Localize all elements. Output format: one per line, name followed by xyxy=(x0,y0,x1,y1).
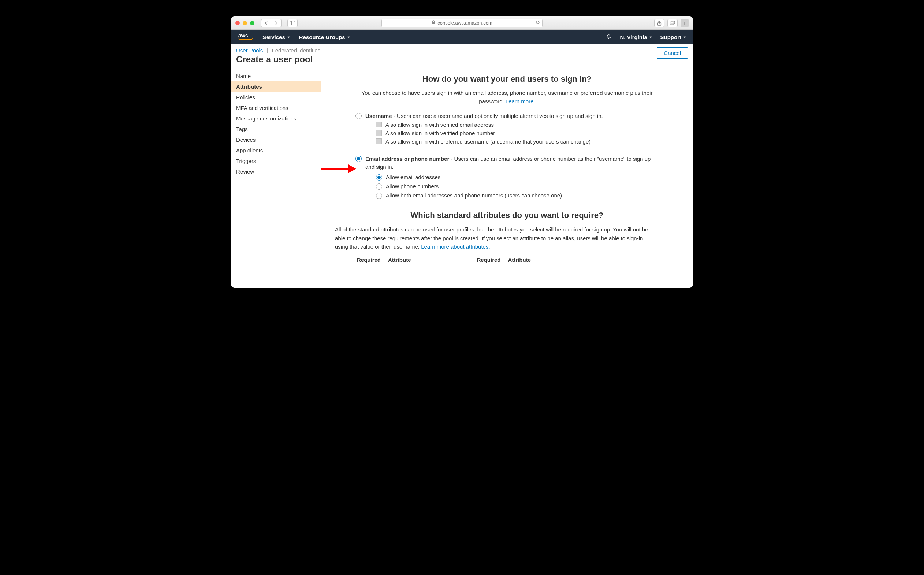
sidebar-item-app-clients[interactable]: App clients xyxy=(231,145,321,156)
chevron-down-icon: ▾ xyxy=(348,35,350,39)
col-attribute-1: Attribute xyxy=(388,257,411,263)
tabs-button[interactable] xyxy=(667,19,678,27)
history-nav xyxy=(261,19,282,27)
radio-allow-email[interactable] xyxy=(376,174,382,181)
sidebar-item-attributes[interactable]: Attributes xyxy=(231,81,321,92)
page-header: User Pools | Federated Identities Create… xyxy=(231,44,693,68)
sidebar-item-tags[interactable]: Tags xyxy=(231,124,321,134)
maximize-window-icon[interactable] xyxy=(250,21,254,25)
attrs-learn-more-link[interactable]: Learn more about attributes. xyxy=(421,243,490,250)
cancel-button[interactable]: Cancel xyxy=(657,47,688,59)
arrow-head-icon xyxy=(348,164,356,173)
option-username-text: Username - Users can use a username and … xyxy=(365,112,603,120)
option-email-phone-text: Email address or phone number - Users ca… xyxy=(365,155,656,171)
nav-support[interactable]: Support ▾ xyxy=(661,34,686,40)
aws-navbar: aws Services ▾ Resource Groups ▾ N. Virg… xyxy=(231,30,693,44)
signin-heading: How do you want your end users to sign i… xyxy=(335,75,679,84)
checkbox-verified-phone[interactable] xyxy=(376,130,382,136)
wizard-sidebar: Name Attributes Policies MFA and verific… xyxy=(231,68,321,288)
browser-right-icons: + xyxy=(654,19,689,27)
option-email-phone-bold: Email address or phone number xyxy=(365,156,449,162)
browser-window: console.aws.amazon.com + aws Services ▾ … xyxy=(231,16,693,288)
minimize-window-icon[interactable] xyxy=(243,21,247,25)
signin-learn-more-link[interactable]: Learn more. xyxy=(506,98,535,104)
address-text: console.aws.amazon.com xyxy=(437,20,492,25)
share-button[interactable] xyxy=(654,19,664,27)
sidebar-item-review[interactable]: Review xyxy=(231,166,321,177)
col-required-1: Required xyxy=(357,257,381,263)
sidebar-item-triggers[interactable]: Triggers xyxy=(231,156,321,166)
nav-resource-groups[interactable]: Resource Groups ▾ xyxy=(299,34,350,40)
reload-icon[interactable] xyxy=(536,20,540,25)
attrs-heading: Which standard attributes do you want to… xyxy=(335,211,679,220)
svg-rect-4 xyxy=(670,22,674,25)
sidebar-item-mfa[interactable]: MFA and verifications xyxy=(231,103,321,113)
radio-allow-phone[interactable] xyxy=(376,183,382,190)
chk-label-preferred: Also allow sign in with preferred userna… xyxy=(385,138,591,145)
address-bar[interactable]: console.aws.amazon.com xyxy=(382,19,542,27)
attrs-lead: All of the standard attributes can be us… xyxy=(335,225,650,251)
checkbox-verified-email[interactable] xyxy=(376,122,382,127)
nav-services[interactable]: Services ▾ xyxy=(263,34,290,40)
svg-rect-5 xyxy=(671,21,675,24)
aws-logo[interactable]: aws xyxy=(238,34,253,40)
forward-button[interactable] xyxy=(271,19,282,27)
sub-radio-row-both[interactable]: Allow both email addresses and phone num… xyxy=(376,192,679,199)
chevron-down-icon: ▾ xyxy=(288,35,290,39)
annotation-arrow xyxy=(321,164,356,173)
sub-radio-label-both: Allow both email addresses and phone num… xyxy=(386,192,562,199)
sub-radio-label-phone: Allow phone numbers xyxy=(386,183,439,189)
sub-radio-row-phone[interactable]: Allow phone numbers xyxy=(376,183,679,190)
chk-row-email[interactable]: Also allow sign in with verified email a… xyxy=(376,122,679,128)
nav-resource-groups-label: Resource Groups xyxy=(299,34,345,40)
attributes-table-header: Required Attribute Required Attribute xyxy=(357,257,679,263)
window-controls xyxy=(235,21,254,25)
chk-row-phone[interactable]: Also allow sign in with verified phone n… xyxy=(376,130,679,136)
bell-icon[interactable] xyxy=(606,34,611,40)
sub-radio-row-email[interactable]: Allow email addresses xyxy=(376,173,679,181)
option-username-rest: - Users can use a username and optionall… xyxy=(392,113,603,119)
nav-support-label: Support xyxy=(661,34,682,40)
arrow-line xyxy=(321,168,348,170)
nav-services-label: Services xyxy=(263,34,285,40)
radio-email-phone[interactable] xyxy=(355,156,362,162)
close-window-icon[interactable] xyxy=(235,21,240,25)
content-body: Name Attributes Policies MFA and verific… xyxy=(231,68,693,288)
sidebar-item-message[interactable]: Message customizations xyxy=(231,113,321,124)
checkbox-preferred-username[interactable] xyxy=(376,138,382,144)
col-attribute-2: Attribute xyxy=(508,257,531,263)
radio-username[interactable] xyxy=(355,113,362,119)
chevron-down-icon: ▾ xyxy=(684,35,686,39)
sidebar-toggle-button[interactable] xyxy=(287,19,298,27)
attrs-lead-text: All of the standard attributes can be us… xyxy=(335,226,648,250)
back-button[interactable] xyxy=(261,19,271,27)
main-panel: How do you want your end users to sign i… xyxy=(321,68,693,288)
crumb-federated[interactable]: Federated Identities xyxy=(272,47,321,54)
nav-region[interactable]: N. Virginia ▾ xyxy=(620,34,651,40)
chevron-down-icon: ▾ xyxy=(650,35,651,39)
svg-rect-0 xyxy=(290,21,295,25)
chk-label-email: Also allow sign in with verified email a… xyxy=(385,122,494,128)
sidebar-item-policies[interactable]: Policies xyxy=(231,92,321,103)
nav-region-label: N. Virginia xyxy=(620,34,647,40)
attributes-section: Which standard attributes do you want to… xyxy=(335,211,679,263)
option-username-bold: Username xyxy=(365,113,392,119)
email-phone-sub-options: Allow email addresses Allow phone number… xyxy=(376,173,679,199)
crumb-user-pools[interactable]: User Pools xyxy=(236,47,263,54)
col-required-2: Required xyxy=(477,257,501,263)
mac-titlebar: console.aws.amazon.com + xyxy=(231,16,693,30)
sub-radio-label-email: Allow email addresses xyxy=(386,174,441,180)
chk-row-preferred[interactable]: Also allow sign in with preferred userna… xyxy=(376,138,679,145)
sidebar-item-name[interactable]: Name xyxy=(231,71,321,81)
radio-allow-both[interactable] xyxy=(376,193,382,199)
chk-label-phone: Also allow sign in with verified phone n… xyxy=(385,130,495,136)
svg-rect-2 xyxy=(432,22,435,24)
option-email-phone[interactable]: Email address or phone number - Users ca… xyxy=(355,155,656,171)
option-username[interactable]: Username - Users can use a username and … xyxy=(355,112,656,120)
sidebar-item-devices[interactable]: Devices xyxy=(231,134,321,145)
breadcrumb: User Pools | Federated Identities xyxy=(236,47,320,54)
username-sub-options: Also allow sign in with verified email a… xyxy=(376,122,679,145)
lock-icon xyxy=(432,20,435,25)
page-title: Create a user pool xyxy=(236,54,320,64)
new-tab-button[interactable]: + xyxy=(681,19,689,27)
